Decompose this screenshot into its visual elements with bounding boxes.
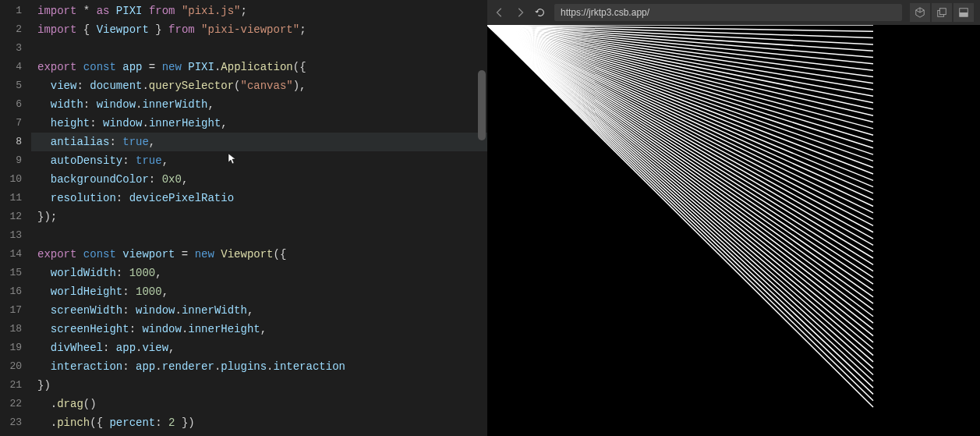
code-line[interactable]: worldWidth: 1000, <box>31 264 487 282</box>
line-number: 3 <box>0 39 22 58</box>
line-number: 13 <box>0 226 22 245</box>
code-line[interactable] <box>31 226 487 245</box>
svg-line-40 <box>487 25 873 258</box>
toolbar-right <box>910 3 974 22</box>
svg-line-36 <box>487 25 873 232</box>
code-line[interactable]: height: window.innerHeight, <box>31 114 487 133</box>
line-number: 9 <box>0 151 22 170</box>
code-line[interactable]: resolution: devicePixelRatio <box>31 189 487 207</box>
svg-line-22 <box>487 25 873 141</box>
codesandbox-icon[interactable] <box>910 3 930 22</box>
back-button[interactable] <box>494 6 506 19</box>
code-line[interactable]: worldHeight: 1000, <box>31 282 487 301</box>
svg-line-45 <box>487 25 873 291</box>
line-number: 23 <box>0 413 22 432</box>
line-number: 2 <box>0 20 22 39</box>
code-line[interactable]: autoDensity: true, <box>31 151 487 170</box>
line-number: 12 <box>0 207 22 226</box>
code-line[interactable]: interaction: app.renderer.plugins.intera… <box>31 357 487 376</box>
svg-line-58 <box>487 25 873 374</box>
line-number: 17 <box>0 301 22 320</box>
line-number: 18 <box>0 320 22 339</box>
svg-line-52 <box>487 25 873 336</box>
code-line[interactable]: .drag() <box>31 395 487 413</box>
code-line[interactable]: view: document.querySelector("canvas"), <box>31 76 487 95</box>
svg-line-42 <box>487 25 873 271</box>
line-number: 14 <box>0 245 22 264</box>
forward-button[interactable] <box>514 6 526 19</box>
svg-line-48 <box>487 25 873 310</box>
fullscreen-icon[interactable] <box>953 3 974 22</box>
line-number: 7 <box>0 114 22 133</box>
new-window-icon[interactable] <box>932 3 952 22</box>
code-line[interactable]: .pinch({ percent: 2 }) <box>31 413 487 432</box>
browser-toolbar <box>487 0 980 25</box>
code-line[interactable]: width: window.innerWidth, <box>31 95 487 114</box>
line-number: 5 <box>0 76 22 95</box>
code-line[interactable]: screenHeight: window.innerHeight, <box>31 320 487 339</box>
code-line[interactable] <box>31 39 487 58</box>
code-line[interactable]: }) <box>31 376 487 395</box>
line-number: 4 <box>0 58 22 76</box>
line-number: 11 <box>0 189 22 207</box>
line-number: 16 <box>0 282 22 301</box>
cursor-icon <box>228 153 237 167</box>
svg-line-25 <box>487 25 873 161</box>
code-line[interactable]: screenWidth: window.innerWidth, <box>31 301 487 320</box>
line-number: 20 <box>0 357 22 376</box>
line-number: 15 <box>0 264 22 282</box>
svg-line-63 <box>487 25 873 407</box>
svg-line-29 <box>487 25 873 187</box>
svg-line-39 <box>487 25 873 252</box>
canvas-output[interactable] <box>487 25 980 436</box>
svg-line-23 <box>487 25 873 148</box>
code-line[interactable]: export const app = new PIXI.Application(… <box>31 58 487 76</box>
svg-rect-3 <box>960 12 968 16</box>
code-line[interactable]: backgroundColor: 0x0, <box>31 170 487 189</box>
svg-rect-1 <box>939 9 946 15</box>
line-number: 21 <box>0 376 22 395</box>
code-line[interactable]: }); <box>31 207 487 226</box>
line-number: 8 <box>0 133 22 151</box>
svg-line-46 <box>487 25 873 297</box>
code-area[interactable]: import * as PIXI from "pixi.js";import {… <box>31 0 487 436</box>
line-number: 19 <box>0 339 22 357</box>
code-line[interactable]: divWheel: app.view, <box>31 339 487 357</box>
svg-line-35 <box>487 25 873 225</box>
line-number: 1 <box>0 2 22 20</box>
line-number-gutter: 1234567891011121314151617181920212223 <box>0 0 31 436</box>
editor-scrollbar[interactable] <box>478 70 486 140</box>
svg-line-59 <box>487 25 873 381</box>
preview-pane <box>487 0 980 436</box>
code-line[interactable]: antialias: true, <box>31 133 487 151</box>
code-line[interactable]: import * as PIXI from "pixi.js"; <box>31 2 487 20</box>
code-line[interactable]: export const viewport = new Viewport({ <box>31 245 487 264</box>
line-number: 6 <box>0 95 22 114</box>
code-editor-pane: 1234567891011121314151617181920212223 im… <box>0 0 487 436</box>
reload-button[interactable] <box>534 6 547 19</box>
svg-line-56 <box>487 25 873 362</box>
code-line[interactable]: import { Viewport } from "pixi-viewport"… <box>31 20 487 39</box>
svg-line-53 <box>487 25 873 342</box>
line-number: 10 <box>0 170 22 189</box>
url-input[interactable] <box>554 4 902 21</box>
line-number: 22 <box>0 395 22 413</box>
